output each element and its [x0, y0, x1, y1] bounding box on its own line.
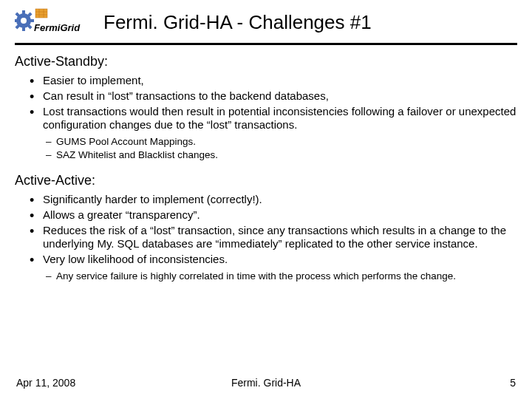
list-item: SAZ Whitelist and Blacklist changes. [46, 149, 517, 162]
list-item: Significantly harder to implement (corre… [33, 193, 517, 207]
svg-rect-2 [22, 27, 25, 31]
svg-rect-10 [35, 9, 47, 18]
section-heading-active-active: Active-Active: [15, 173, 517, 188]
list-item: Can result in “lost” transactions to the… [33, 89, 517, 103]
list-item: Very low likelihood of inconsistencies. [33, 253, 517, 267]
title-rule [15, 43, 517, 45]
list-item: Allows a greater “transparency”. [33, 208, 517, 222]
list-item: GUMS Pool Account Mappings. [46, 135, 517, 149]
list-item: Any service failure is highly correlated… [46, 270, 517, 283]
footer-date: Apr 11, 2008 [16, 377, 75, 389]
slide-footer: Apr 11, 2008 Fermi. Grid-HA 5 [0, 377, 532, 389]
list-item: Easier to implement, [33, 74, 517, 88]
slide-content: Active-Standby: Easier to implement, Can… [0, 54, 532, 282]
svg-rect-1 [22, 10, 25, 15]
sub-bullet-list: GUMS Pool Account Mappings. SAZ Whitelis… [15, 135, 517, 161]
footer-page-number: 5 [510, 377, 516, 389]
svg-text:FermiGrid: FermiGrid [34, 22, 81, 33]
svg-rect-3 [15, 19, 18, 22]
list-item: Lost transactions would then result in p… [33, 105, 517, 133]
bullet-list: Significantly harder to implement (corre… [15, 193, 517, 267]
footer-center: Fermi. Grid-HA [231, 377, 301, 389]
fermigrid-logo: FermiGrid [15, 7, 81, 37]
slide-title: Fermi. Grid-HA - Challenges #1 [103, 11, 372, 34]
list-item: Reduces the risk of a “lost” transaction… [33, 224, 517, 252]
svg-point-9 [21, 18, 27, 24]
section-heading-active-standby: Active-Standby: [15, 54, 517, 69]
bullet-list: Easier to implement, Can result in “lost… [15, 74, 517, 132]
sub-bullet-list: Any service failure is highly correlated… [15, 270, 517, 283]
